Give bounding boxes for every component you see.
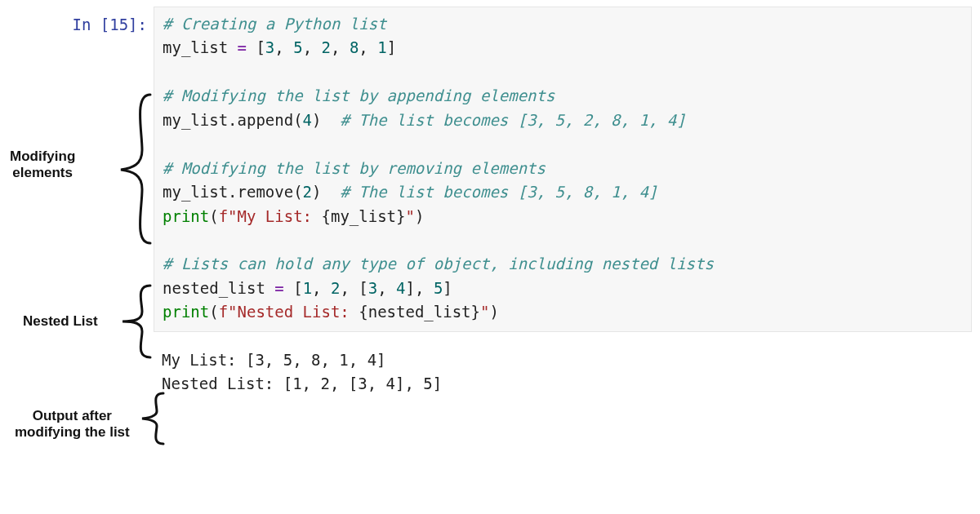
code-line: my_list.append(4) # The list becomes [3,… — [163, 109, 963, 132]
code-area[interactable]: # Creating a Python list my_list = [3, 5… — [154, 7, 972, 332]
code-line: print(f"Nested List: {nested_list}") — [163, 300, 963, 324]
code-comment: # Modifying the list by removing element… — [163, 159, 546, 177]
output-prompt — [0, 343, 154, 350]
input-prompt: In [15]: — [0, 7, 154, 37]
output-cell: My List: [3, 5, 8, 1, 4] Nested List: [1… — [0, 343, 980, 400]
output-line: My List: [3, 5, 8, 1, 4] — [162, 348, 964, 372]
code-comment: # Creating a Python list — [163, 15, 387, 33]
input-cell: In [15]: # Creating a Python list my_lis… — [0, 7, 980, 332]
output-area: My List: [3, 5, 8, 1, 4] Nested List: [1… — [154, 343, 972, 400]
annotation-output: Output after modifying the list — [15, 408, 130, 440]
code-line: my_list.remove(2) # The list becomes [3,… — [163, 180, 963, 204]
annotation-modifying-elements: Modifying elements — [10, 148, 75, 180]
annotation-nested-list: Nested List — [23, 313, 98, 330]
code-comment: # Modifying the list by appending elemen… — [163, 86, 555, 104]
code-line: print(f"My List: {my_list}") — [163, 205, 963, 228]
code-comment: # Lists can hold any type of object, inc… — [163, 255, 714, 273]
code-line: nested_list = [1, 2, [3, 4], 5] — [163, 277, 963, 300]
code-line: my_list = [3, 5, 2, 8, 1] — [163, 36, 963, 60]
output-line: Nested List: [1, 2, [3, 4], 5] — [162, 372, 964, 396]
